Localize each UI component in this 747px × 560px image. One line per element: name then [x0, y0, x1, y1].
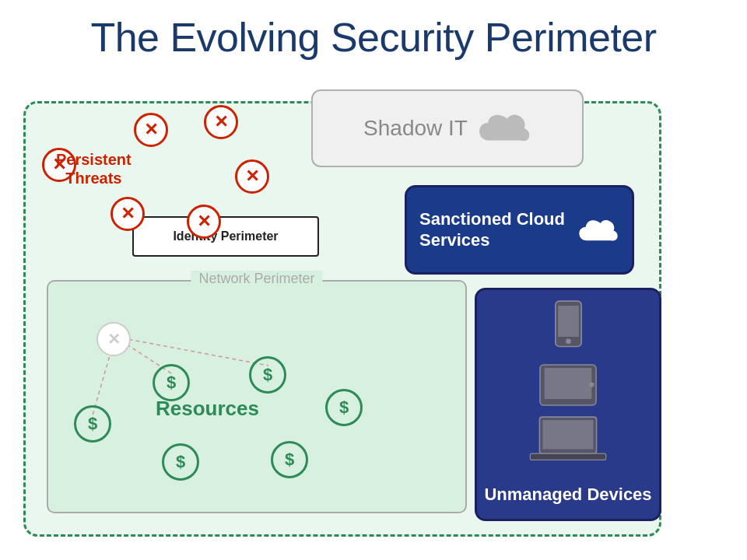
cloud-gray-icon: [477, 109, 531, 148]
sanctioned-cloud-box: Sanctioned Cloud Services: [405, 185, 634, 275]
threat-x-2: ✕: [204, 105, 238, 139]
resource-2: $: [249, 356, 286, 394]
network-perimeter-label: Network Perimeter: [191, 271, 322, 287]
threat-inside: ✕: [96, 322, 131, 356]
shadow-it-box: Shadow IT: [311, 89, 584, 167]
svg-point-9: [589, 382, 594, 387]
svg-rect-11: [543, 420, 594, 449]
page-title: The Evolving Security Perimeter: [0, 0, 747, 61]
identity-perimeter-box: Identity Perimeter: [132, 216, 319, 257]
svg-rect-5: [558, 306, 579, 337]
resource-5: $: [162, 443, 199, 481]
phone-icon: [547, 298, 590, 356]
tablet-icon: [537, 361, 599, 409]
resource-1: $: [153, 364, 190, 401]
svg-point-6: [566, 338, 571, 344]
threat-x-1: ✕: [134, 113, 168, 147]
unmanaged-devices-box: Unmanaged Devices: [475, 288, 661, 521]
threat-x-5: ✕: [110, 197, 145, 231]
shadow-it-label: Shadow IT: [363, 116, 468, 141]
identity-perimeter-label: Identity Perimeter: [173, 229, 278, 243]
sanctioned-label: Sanctioned Cloud Services: [419, 209, 577, 250]
threat-x-6: ✕: [187, 205, 221, 239]
resource-4: $: [325, 389, 363, 426]
svg-rect-12: [530, 453, 606, 460]
laptop-icon: [529, 414, 607, 464]
resource-6: $: [271, 441, 308, 478]
threat-x-4: ✕: [235, 159, 269, 194]
threats-label: PersistentThreats: [56, 150, 132, 187]
resource-3: $: [74, 405, 111, 443]
devices-label: Unmanaged Devices: [484, 485, 651, 505]
cloud-white-icon: [577, 208, 619, 253]
svg-rect-8: [545, 368, 592, 399]
device-icons: [529, 290, 607, 472]
